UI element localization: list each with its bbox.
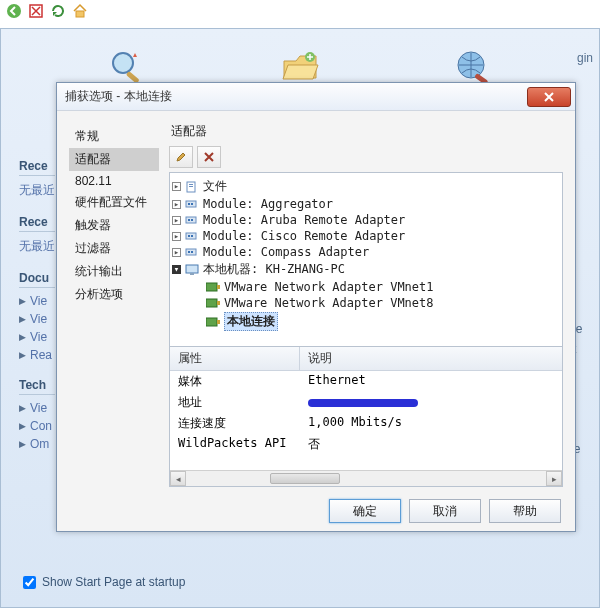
svg-rect-18: [188, 235, 190, 237]
prop-header-desc[interactable]: 说明: [300, 347, 340, 370]
delete-button[interactable]: [197, 146, 221, 168]
redacted-address: [308, 399, 418, 407]
chevron-right-icon: ▶: [19, 350, 26, 360]
tree-node-module[interactable]: ▸Module: Compass Adapter: [172, 244, 560, 260]
nav-item-filters[interactable]: 过滤器: [69, 237, 159, 260]
module-icon: [185, 198, 199, 210]
tree-node-local-machine[interactable]: ▾本地机器: KH-ZHANG-PC: [172, 260, 560, 279]
module-icon: [185, 230, 199, 242]
svg-rect-15: [188, 219, 190, 221]
module-icon: [185, 246, 199, 258]
svg-rect-26: [217, 285, 220, 289]
x-icon: [203, 151, 215, 163]
svg-rect-19: [191, 235, 193, 237]
nic-icon: [206, 316, 220, 328]
prop-row: WildPackets API否: [170, 434, 562, 455]
adapter-tree[interactable]: ▸文件 ▸Module: Aggregator ▸Module: Aruba R…: [169, 172, 563, 347]
svg-rect-25: [206, 283, 217, 291]
chevron-right-icon: ▶: [19, 439, 26, 449]
computer-icon: [185, 264, 199, 276]
file-icon: [185, 181, 199, 193]
back-icon[interactable]: [6, 3, 22, 19]
ok-button[interactable]: 确定: [329, 499, 401, 523]
svg-point-0: [7, 4, 21, 18]
svg-rect-10: [189, 186, 193, 187]
svg-rect-21: [188, 251, 190, 253]
edit-button[interactable]: [169, 146, 193, 168]
svg-rect-16: [191, 219, 193, 221]
tree-node-nic[interactable]: VMware Network Adapter VMnet8: [172, 295, 560, 311]
svg-rect-2: [76, 11, 84, 17]
refresh-icon[interactable]: [50, 3, 66, 19]
svg-rect-23: [186, 265, 198, 273]
chevron-right-icon: ▶: [19, 332, 26, 342]
scroll-thumb[interactable]: [270, 473, 340, 484]
prop-header-attr[interactable]: 属性: [170, 347, 300, 370]
help-button[interactable]: 帮助: [489, 499, 561, 523]
svg-rect-22: [191, 251, 193, 253]
magnifier-icon: [107, 47, 147, 87]
tree-node-nic[interactable]: VMware Network Adapter VMnet1: [172, 279, 560, 295]
dialog-nav: 常规 适配器 802.11 硬件配置文件 触发器 过滤器 统计输出 分析选项: [69, 121, 159, 487]
close-button[interactable]: [527, 87, 571, 107]
close-icon: [544, 92, 554, 102]
tree-node-module[interactable]: ▸Module: Aggregator: [172, 196, 560, 212]
pencil-icon: [175, 151, 187, 163]
show-start-page-checkbox[interactable]: Show Start Page at startup: [23, 575, 185, 589]
cut-text: gin: [577, 51, 593, 65]
module-icon: [185, 214, 199, 226]
stop-icon[interactable]: [28, 3, 44, 19]
nav-item-adapter[interactable]: 适配器: [69, 148, 159, 171]
svg-rect-28: [217, 301, 220, 305]
tree-node-nic-selected[interactable]: 本地连接: [172, 311, 560, 332]
nic-icon: [206, 281, 220, 293]
chevron-right-icon: ▶: [19, 403, 26, 413]
svg-rect-12: [188, 203, 190, 205]
nav-item-stats-output[interactable]: 统计输出: [69, 260, 159, 283]
section-title: 适配器: [171, 123, 563, 140]
start-left-column: Rece无最近 Rece无最近 Docu ▶Vie ▶Vie ▶Vie ▶Rea…: [19, 159, 55, 467]
capture-options-dialog: 捕获选项 - 本地连接 常规 适配器 802.11 硬件配置文件 触发器 过滤器…: [56, 82, 576, 532]
nav-item-analysis-options[interactable]: 分析选项: [69, 283, 159, 306]
chevron-right-icon: ▶: [19, 296, 26, 306]
dialog-titlebar[interactable]: 捕获选项 - 本地连接: [57, 83, 575, 111]
nav-item-80211[interactable]: 802.11: [69, 171, 159, 191]
prop-row: 媒体Ethernet: [170, 371, 562, 392]
nav-item-general[interactable]: 常规: [69, 125, 159, 148]
chevron-right-icon: ▶: [19, 314, 26, 324]
prop-row: 地址: [170, 392, 562, 413]
nic-icon: [206, 297, 220, 309]
browser-mini-toolbar: [0, 0, 600, 22]
svg-rect-29: [206, 318, 217, 326]
scroll-right-arrow[interactable]: ▸: [546, 471, 562, 486]
scroll-left-arrow[interactable]: ◂: [170, 471, 186, 486]
tree-node-module[interactable]: ▸Module: Aruba Remote Adapter: [172, 212, 560, 228]
horizontal-scrollbar[interactable]: ◂ ▸: [170, 470, 562, 486]
svg-rect-13: [191, 203, 193, 205]
chevron-right-icon: ▶: [19, 421, 26, 431]
adapter-properties: 属性 说明 媒体Ethernet 地址 连接速度1,000 Mbits/s Wi…: [169, 347, 563, 487]
svg-rect-9: [189, 184, 193, 185]
prop-row: 连接速度1,000 Mbits/s: [170, 413, 562, 434]
globe-wrench-icon: [453, 47, 493, 87]
dialog-title: 捕获选项 - 本地连接: [65, 88, 172, 105]
show-start-page-input[interactable]: [23, 576, 36, 589]
tree-node-module[interactable]: ▸Module: Cisco Remote Adapter: [172, 228, 560, 244]
folder-open-icon: [280, 47, 320, 87]
svg-rect-27: [206, 299, 217, 307]
home-icon[interactable]: [72, 3, 88, 19]
nav-item-hardware-profile[interactable]: 硬件配置文件: [69, 191, 159, 214]
nav-item-triggers[interactable]: 触发器: [69, 214, 159, 237]
tree-node-file[interactable]: ▸文件: [172, 177, 560, 196]
svg-rect-30: [217, 320, 220, 324]
cancel-button[interactable]: 取消: [409, 499, 481, 523]
svg-rect-24: [190, 273, 194, 275]
svg-point-3: [113, 53, 133, 73]
